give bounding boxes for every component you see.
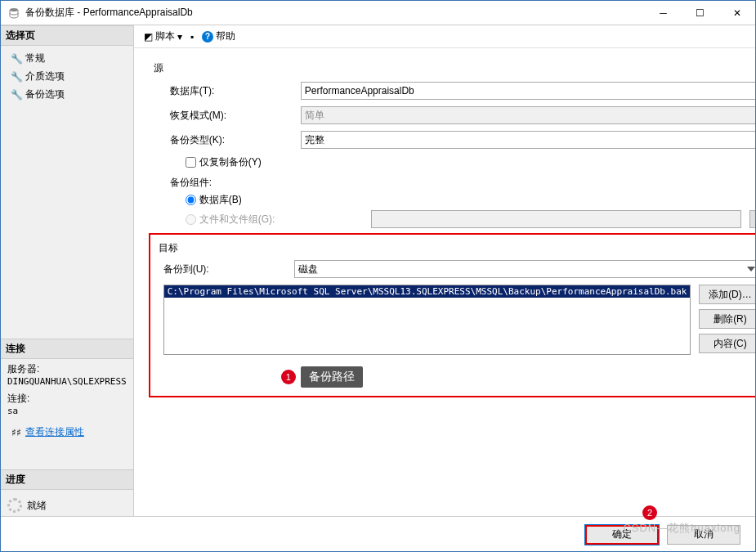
copyonly-label: 仅复制备份(Y) — [199, 155, 262, 169]
sidebar-item-label: 介质选项 — [25, 70, 65, 83]
sidebar-item-media[interactable]: 🔧介质选项 — [7, 68, 127, 85]
type-label: 备份类型(K): — [170, 133, 301, 147]
remove-button[interactable]: 删除(R) — [699, 309, 756, 329]
radio-files-label: 文件和文件组(G): — [199, 213, 275, 227]
db-icon — [7, 7, 20, 20]
toolbar: ◩ 脚本 ▾ ▪ ? 帮助 — [134, 25, 756, 48]
help-label: 帮助 — [216, 29, 235, 43]
view-connection-props[interactable]: ♯♯查看连接属性 — [7, 424, 127, 441]
destination-section: 目标 备份到(U): 磁盘 C:\Program Files\Microsoft… — [149, 233, 756, 397]
body: 源 数据库(T): PerformanceAppraisalDb 恢复模式(M)… — [134, 48, 756, 516]
progress-status: 就绪 — [27, 499, 47, 513]
backup-to-label: 备份到(U): — [163, 263, 294, 276]
recovery-input — [301, 106, 756, 124]
annotation-badge: 1 — [281, 370, 296, 384]
maximize-button[interactable]: ☐ — [682, 1, 718, 25]
watermark: CSDN—花熊huaxiong — [623, 521, 740, 536]
help-button[interactable]: ? 帮助 — [199, 28, 239, 45]
sidebar-item-general[interactable]: 🔧常规 — [7, 50, 127, 67]
wrench-icon: 🔧 — [11, 71, 22, 83]
window-title: 备份数据库 - PerformanceAppraisalDb — [25, 6, 645, 20]
add-button[interactable]: 添加(D)… — [699, 285, 756, 304]
database-select[interactable]: PerformanceAppraisalDb — [301, 82, 756, 100]
sidebar-item-label: 常规 — [25, 52, 45, 65]
backup-to-select[interactable]: 磁盘 — [294, 260, 756, 278]
script-icon: ◩ — [144, 31, 153, 43]
filegroup-input — [371, 210, 741, 228]
conn-label: 连接: — [7, 392, 127, 406]
chevron-down-icon: ▾ — [177, 31, 182, 43]
destination-path[interactable]: C:\Program Files\Microsoft SQL Server\MS… — [164, 285, 691, 298]
radio-files — [186, 214, 196, 225]
wrench-icon: 🔧 — [11, 53, 22, 65]
connection-icon: ♯♯ — [11, 427, 22, 438]
annotation-2: 2 — [642, 505, 657, 520]
progress-header: 进度 — [1, 469, 133, 490]
minimize-button[interactable]: ─ — [645, 1, 682, 25]
svg-point-0 — [10, 8, 18, 11]
sidebar: 选择页 🔧常规 🔧介质选项 🔧备份选项 连接 服务器: DINGQUANHUA\… — [1, 25, 134, 516]
copyonly-checkbox[interactable] — [186, 157, 196, 168]
content: ◩ 脚本 ▾ ▪ ? 帮助 源 数据库(T): PerformanceAppra… — [134, 25, 756, 516]
annotation-badge: 2 — [642, 505, 657, 520]
footer: CSDN—花熊huaxiong 2 确定 取消 — [1, 516, 755, 552]
progress-icon — [7, 498, 22, 513]
close-button[interactable]: ✕ — [718, 1, 755, 25]
contents-button[interactable]: 内容(C) — [699, 334, 756, 353]
dest-legend: 目标 — [159, 241, 756, 255]
radio-database-label: 数据库(B) — [199, 193, 242, 207]
recovery-label: 恢复模式(M): — [170, 109, 301, 123]
annotation-text: 备份路径 — [301, 366, 363, 388]
help-icon: ? — [202, 31, 213, 43]
wrench-icon: 🔧 — [11, 89, 22, 101]
type-select[interactable]: 完整 — [301, 131, 756, 149]
select-page-header: 选择页 — [1, 25, 133, 46]
radio-database[interactable] — [186, 195, 196, 205]
destination-list[interactable]: C:\Program Files\Microsoft SQL Server\MS… — [163, 285, 691, 355]
database-label: 数据库(T): — [170, 84, 301, 98]
view-props-link[interactable]: 查看连接属性 — [25, 425, 84, 439]
titlebar: 备份数据库 - PerformanceAppraisalDb ─ ☐ ✕ — [1, 1, 755, 25]
conn-value: sa — [7, 406, 127, 416]
annotation-1: 1 备份路径 — [281, 366, 363, 388]
script-button[interactable]: ◩ 脚本 ▾ — [141, 28, 186, 45]
server-value: DINGQUANHUA\SQLEXPRESS — [7, 376, 127, 387]
filegroup-browse: … — [749, 210, 756, 228]
server-label: 服务器: — [7, 362, 127, 376]
separator: ▪ — [190, 31, 194, 43]
component-label: 备份组件: — [170, 176, 756, 190]
source-legend: 源 — [154, 61, 756, 75]
sidebar-item-label: 备份选项 — [25, 88, 65, 101]
main: 选择页 🔧常规 🔧介质选项 🔧备份选项 连接 服务器: DINGQUANHUA\… — [1, 25, 755, 516]
sidebar-item-options[interactable]: 🔧备份选项 — [7, 86, 127, 103]
connection-header: 连接 — [1, 339, 133, 359]
script-label: 脚本 — [155, 29, 175, 43]
